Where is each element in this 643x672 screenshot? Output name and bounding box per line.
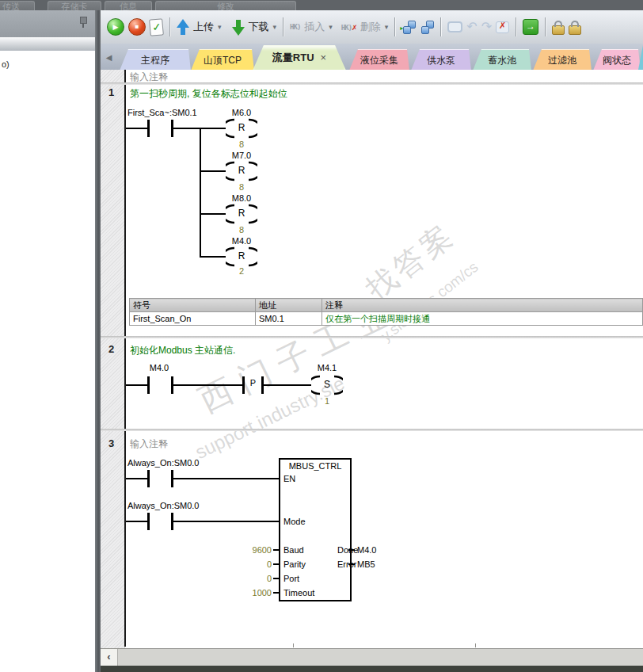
positive-edge-letter: P [245, 378, 261, 388]
wire [126, 521, 147, 522]
address-cell[interactable]: SM0.1 [256, 312, 322, 326]
compile-button[interactable]: ✓ [149, 18, 164, 36]
tab-valve-status[interactable]: 阀状态 [593, 49, 641, 70]
contact-bar[interactable] [147, 376, 150, 394]
network-number[interactable]: 1 [101, 86, 122, 98]
tab-reservoir[interactable]: 蓄水池 [473, 49, 531, 70]
tab-close-icon[interactable]: × [321, 52, 327, 63]
output-value-done[interactable]: M4.0 [357, 545, 376, 555]
delete-button[interactable]: 删除 [360, 20, 381, 34]
ribbon-group-modify[interactable]: 修改 [155, 1, 296, 10]
input-value-baud[interactable]: 9600 [219, 545, 272, 555]
unlock-icon[interactable] [569, 25, 581, 35]
network-number[interactable]: 2 [101, 343, 122, 355]
comment-col-header[interactable]: 注释 [322, 299, 643, 312]
redo-icon[interactable]: ↷ [481, 21, 492, 33]
symbol-table: 符号 地址 注释 First_Scan_On SM0.1 仅在第一个扫描周期时接… [129, 298, 643, 326]
contact-bar[interactable] [147, 470, 150, 487]
input-value-timeout[interactable]: 1000 [219, 588, 272, 598]
input-value-port[interactable]: 0 [219, 574, 272, 583]
reset-coil[interactable]: R [226, 203, 257, 225]
wire [173, 478, 279, 479]
network-margin [101, 70, 125, 648]
insert-dropdown-icon[interactable]: ▾ [329, 23, 333, 31]
upload-button[interactable]: 上传 [193, 20, 214, 34]
address-box-button[interactable] [447, 21, 462, 32]
horizontal-scrollbar[interactable]: ‹ [101, 648, 643, 666]
toolbar-separator [545, 17, 546, 36]
reset-coil[interactable]: R [226, 117, 257, 139]
tab-flow-rtu[interactable]: 流量RTU× [253, 45, 346, 70]
pin-port: Port [283, 574, 293, 585]
pushpin-icon[interactable] [78, 17, 88, 28]
contact-bar[interactable] [147, 513, 150, 530]
toolbar-separator [394, 17, 395, 36]
tab-label: 过滤池 [548, 55, 576, 66]
symbol-cell[interactable]: First_Scan_On [130, 312, 256, 326]
panel-splitter[interactable] [95, 10, 101, 672]
coil-address-label: M8.0 [219, 193, 264, 203]
tree-item-fragment[interactable]: o) [2, 59, 10, 69]
coil-operand-count: 8 [226, 225, 257, 235]
coil-operand-count: 1 [311, 396, 343, 406]
tab-scroll-left-button[interactable]: ◀ [102, 48, 116, 67]
coil-address-label: M4.1 [305, 363, 349, 372]
symbol-table-header: 符号 地址 注释 [130, 299, 643, 312]
pin-error: Error [337, 559, 347, 571]
column-tick [293, 643, 294, 647]
wire-stub [348, 549, 355, 551]
comment-cell[interactable]: 仅在第一个扫描周期时接通 [322, 312, 643, 326]
tab-supply-pump[interactable]: 供水泵 [411, 49, 471, 70]
run-button[interactable]: ▶ [107, 18, 124, 36]
tab-level-acquisition[interactable]: 液位采集 [349, 49, 409, 70]
watermark-answer: 找答案 [358, 215, 463, 310]
reset-coil[interactable]: R [226, 246, 257, 268]
tab-filter-pool[interactable]: 过滤池 [533, 49, 592, 70]
input-value-parity[interactable]: 0 [219, 559, 272, 569]
panel-selected-row[interactable] [0, 37, 95, 51]
insert-network-button[interactable]: ▸ [401, 21, 416, 34]
upload-dropdown-icon[interactable]: ▾ [218, 23, 222, 31]
wire [201, 128, 226, 129]
delete-dropdown-icon[interactable]: ▾ [385, 23, 389, 31]
undo-icon[interactable]: ↶ [466, 21, 477, 33]
upload-arrow-icon[interactable] [177, 19, 189, 36]
wire-stub [273, 578, 279, 579]
goto-button[interactable]: → [523, 19, 538, 35]
tab-main-program[interactable]: 主程序 [120, 49, 191, 70]
network-separator [101, 82, 643, 85]
download-button[interactable]: 下载 [249, 20, 269, 34]
column-tick [475, 643, 476, 647]
insert-button[interactable]: 插入 [304, 20, 325, 34]
set-coil[interactable]: S [311, 374, 343, 396]
coil-letter: R [226, 250, 257, 262]
wire [173, 521, 279, 522]
lock-icon[interactable] [552, 25, 565, 35]
network-comment[interactable]: 输入注释 [130, 437, 168, 451]
download-arrow-icon[interactable] [232, 19, 245, 36]
download-dropdown-icon[interactable]: ▾ [273, 23, 277, 31]
network-comment[interactable]: 初始化Modbus 主站通信. [130, 344, 235, 357]
network-comment[interactable]: 第一扫秒周期, 复位各标志位和起始位 [130, 87, 287, 101]
output-value-error[interactable]: MB5 [357, 559, 375, 569]
network-number[interactable]: 3 [101, 437, 122, 449]
ribbon-group-transfer[interactable]: 传送 [0, 1, 35, 10]
delete-network-button[interactable] [420, 21, 434, 34]
symbol-col-header[interactable]: 符号 [130, 299, 256, 312]
status-strip [101, 666, 643, 672]
ribbon-group-memory-card[interactable]: 存储卡 [48, 1, 101, 10]
scroll-left-button[interactable]: ‹ [101, 649, 118, 666]
tab-shanding-tcp[interactable]: 山顶TCP [191, 49, 254, 70]
mbus-ctrl-box[interactable]: MBUS_CTRL EN Mode Baud Parity Port Timeo… [279, 458, 352, 601]
reset-coil[interactable]: R [226, 160, 257, 182]
clear-button[interactable]: ✗ [496, 21, 509, 33]
stop-button[interactable]: ■ [128, 18, 146, 36]
stop-icon: ■ [135, 24, 139, 30]
contact-bar[interactable] [147, 120, 150, 137]
network-rail [124, 70, 126, 82]
address-col-header[interactable]: 地址 [256, 299, 322, 312]
wire-stub [273, 549, 279, 551]
wire [126, 128, 147, 129]
ribbon-group-info[interactable]: 信息 [105, 1, 152, 10]
wire-stub [348, 563, 355, 565]
